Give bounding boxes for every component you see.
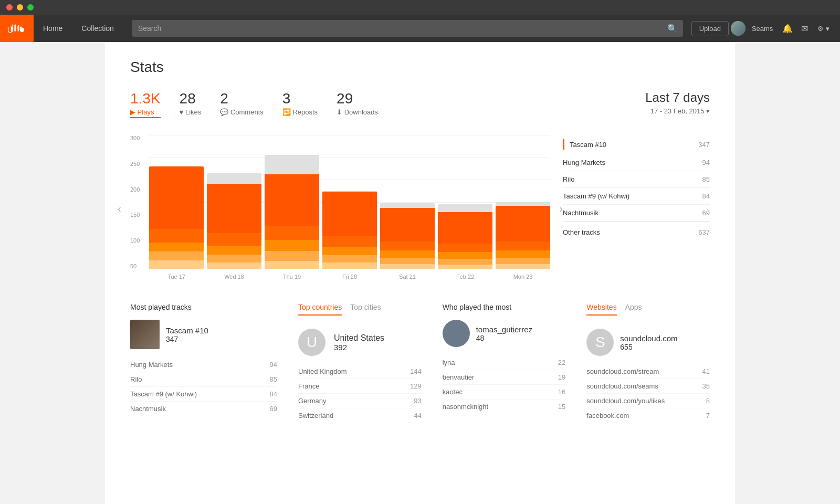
track-list-item-2: Rilo85 [563, 171, 710, 188]
chart-area: ‹ › 300 250 200 150 100 50 [130, 135, 710, 282]
bar-group-1: Wed 18 [207, 173, 261, 269]
other-tracks-row: Other tracks 637 [563, 222, 710, 243]
bar-group-2: Thu 19 [265, 155, 319, 269]
featured-track-info: Tascam #10 347 [166, 326, 208, 343]
tab-apps[interactable]: Apps [625, 303, 642, 316]
geo-featured: U United States 392 [298, 329, 422, 356]
featured-user: tomas_gutierrez 48 [443, 320, 566, 347]
user-item-0: lyna22 [443, 355, 566, 370]
other-tracks-count: 637 [698, 228, 710, 236]
bar-group-6: Mon 23 [496, 202, 550, 269]
reposts-label[interactable]: 🔁 Reposts [282, 108, 318, 116]
y-label-150: 150 [130, 212, 149, 218]
most-played-list: Hung Markets94Rilo85Tascam #9 (w/ Kohwi)… [130, 358, 277, 416]
likes-count: 28 [180, 90, 202, 107]
avatar[interactable] [731, 21, 746, 36]
most-played-item-1: Rilo85 [130, 372, 277, 387]
featured-user-name: tomas_gutierrez [476, 325, 533, 334]
most-played-section: Most played tracks Tascam #10 347 Hung M… [130, 303, 277, 423]
user-item-3: nasonmcknight15 [443, 400, 566, 414]
window-chrome [0, 0, 840, 15]
y-label-250: 250 [130, 161, 149, 167]
web-featured-letter: S [586, 329, 614, 356]
web-featured-info: soundcloud.com 655 [620, 334, 677, 351]
geo-section: Top countries Top cities U United States… [298, 303, 422, 423]
search-input[interactable] [132, 20, 683, 37]
track-list-panel: Tascam #10347Hung Markets94Rilo85Tascam … [563, 135, 710, 282]
tab-top-countries[interactable]: Top countries [298, 303, 342, 316]
settings-button[interactable]: ⚙ ▾ [813, 25, 834, 33]
downloads-count: 29 [337, 90, 378, 107]
geo-featured-info: United States 392 [334, 333, 384, 352]
plays-label[interactable]: ▶ Plays [130, 108, 161, 118]
mail-icon[interactable]: ✉ [798, 24, 811, 34]
other-tracks-label: Other tracks [563, 228, 600, 236]
bar-label-6: Mon 23 [513, 274, 533, 280]
username-label[interactable]: Seams [748, 25, 777, 33]
bar-group-3: Fri 20 [322, 191, 377, 269]
tab-websites[interactable]: Websites [586, 303, 616, 316]
web-featured-count: 655 [620, 343, 677, 351]
plays-stat: 1.3K ▶ Plays [130, 90, 161, 118]
most-played-item-2: Tascam #9 (w/ Kohwi)84 [130, 387, 277, 402]
chart-prev-button[interactable]: ‹ [118, 203, 121, 215]
nav-right: Upload Seams 🔔 ✉ ⚙ ▾ [691, 21, 840, 36]
bar-label-0: Tue 17 [167, 274, 185, 280]
bar-group-4: Sat 21 [380, 203, 435, 269]
plays-count: 1.3K [130, 90, 161, 107]
comments-stat: 2 💬 Comments [220, 90, 263, 116]
featured-user-count: 48 [476, 334, 533, 342]
geo-item-0: United Kingdom144 [298, 364, 422, 379]
home-nav-link[interactable]: Home [34, 15, 72, 42]
featured-track-count: 347 [166, 335, 208, 343]
track-list-item-3: Tascam #9 (w/ Kohwi)84 [563, 188, 710, 205]
comments-count: 2 [220, 90, 263, 107]
minimize-dot[interactable] [17, 4, 23, 10]
most-played-title: Most played tracks [130, 303, 277, 311]
bar-group-0: Tue 17 [149, 166, 204, 269]
web-item-2: soundcloud.com/you/likes8 [586, 394, 710, 408]
geo-featured-count: 392 [334, 343, 384, 352]
geo-tabs: Top countries Top cities [298, 303, 422, 320]
bar-label-5: Feb 22 [456, 274, 474, 280]
likes-label[interactable]: ♥ Likes [180, 108, 202, 116]
bar-label-3: Fri 20 [342, 274, 357, 280]
soundcloud-logo-icon [7, 23, 26, 34]
search-bar: 🔍 [132, 20, 683, 37]
featured-user-info: tomas_gutierrez 48 [476, 325, 533, 342]
who-played-section: Who played the most tomas_gutierrez 48 l… [443, 303, 566, 423]
user-item-1: benvautier19 [443, 370, 566, 385]
geo-item-2: Germany93 [298, 394, 422, 408]
notification-icon[interactable]: 🔔 [779, 24, 796, 34]
maximize-dot[interactable] [27, 4, 34, 10]
y-label-50: 50 [130, 263, 149, 269]
track-list-item-4: Nachtmusik69 [563, 205, 710, 222]
upload-button[interactable]: Upload [691, 21, 729, 36]
period-subtitle[interactable]: 17 - 23 Feb, 2015 ▾ [645, 107, 710, 115]
bar-label-4: Sat 21 [399, 274, 416, 280]
stats-row: 1.3K ▶ Plays 28 ♥ Likes 2 💬 Comments 3 🔁… [130, 90, 710, 118]
period-title: Last 7 days [645, 90, 710, 105]
likes-stat: 28 ♥ Likes [180, 90, 202, 116]
most-played-item-0: Hung Markets94 [130, 358, 277, 372]
collection-nav-link[interactable]: Collection [72, 15, 123, 42]
nav-links: Home Collection [34, 15, 123, 42]
chart-next-button[interactable]: › [559, 203, 563, 215]
web-featured: S soundcloud.com 655 [586, 329, 710, 356]
geo-featured-letter: U [298, 329, 326, 356]
geo-list: United Kingdom144France129Germany93Switz… [298, 364, 422, 423]
reposts-count: 3 [282, 90, 318, 107]
geo-item-1: France129 [298, 379, 422, 394]
comments-label[interactable]: 💬 Comments [220, 108, 263, 116]
featured-track: Tascam #10 347 [130, 320, 277, 349]
downloads-label[interactable]: ⬇ Downloads [337, 108, 378, 116]
y-label-300: 300 [130, 135, 149, 141]
bar-label-1: Wed 18 [224, 274, 244, 280]
close-dot[interactable] [6, 4, 13, 10]
tab-top-cities[interactable]: Top cities [350, 303, 381, 316]
logo[interactable] [0, 15, 34, 42]
page-title: Stats [130, 59, 710, 76]
track-list-item-0: Tascam #10347 [563, 135, 710, 154]
featured-user-avatar [443, 320, 470, 347]
y-label-200: 200 [130, 186, 149, 193]
